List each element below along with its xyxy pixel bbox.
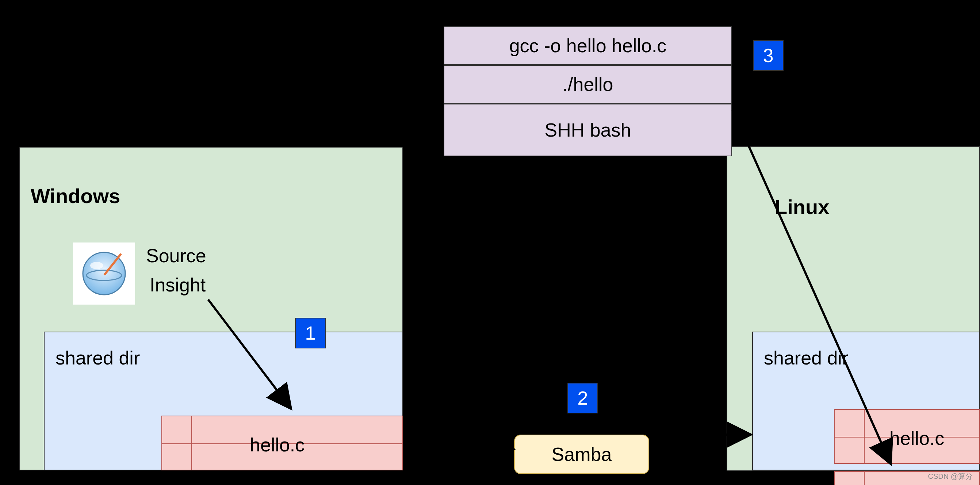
arrow-ssh-to-linux (0, 0, 980, 485)
watermark: CSDN @算分 (928, 471, 973, 481)
svg-line-7 (732, 110, 889, 460)
